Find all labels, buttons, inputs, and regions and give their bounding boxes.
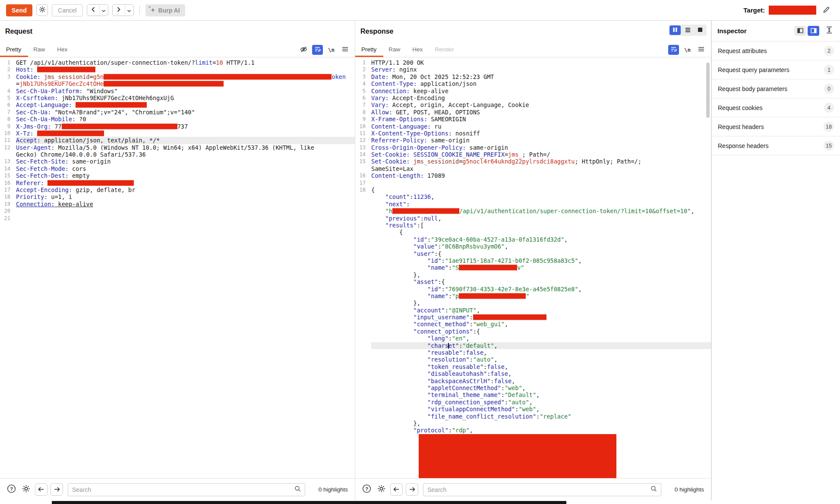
send-button[interactable]: Send [6, 4, 32, 16]
soft-wrap-toggle[interactable] [312, 45, 323, 55]
inspector-section-request-attributes[interactable]: Request attributes2 [712, 41, 840, 60]
inspector-section-label: Request body parameters [718, 85, 787, 92]
inspector-section-request-body-parameters[interactable]: Request body parameters0 [712, 79, 840, 98]
tab-pretty[interactable]: Pretty [6, 46, 21, 57]
response-scrollbar[interactable] [706, 63, 710, 118]
code-line: "input_username": [355, 314, 711, 321]
history-forward-dropdown[interactable] [125, 5, 133, 16]
redacted-block [419, 434, 616, 478]
line-number [355, 314, 366, 321]
inspector-section-request-headers[interactable]: Request headers18 [712, 117, 840, 136]
history-back-button[interactable] [87, 5, 100, 16]
cancel-button[interactable]: Cancel [52, 4, 83, 16]
inspector-dock-left-button[interactable] [794, 26, 806, 36]
code-line: "next": [355, 201, 711, 208]
request-search-field [68, 483, 305, 496]
code-line: "connect_method":"web_gui", [355, 321, 711, 328]
code-line: 7Sec-Ch-Ua: "Not=A?Brand";v="24", "Chrom… [0, 109, 355, 116]
code-line: "resolution":"auto", [355, 356, 711, 363]
request-search-settings-button[interactable] [20, 484, 32, 495]
line-number: 6 [0, 101, 10, 108]
search-icon [651, 485, 657, 494]
redacted-text [37, 130, 104, 136]
request-search-prev-button[interactable] [35, 483, 47, 496]
inspector-section-count: 4 [824, 103, 834, 113]
response-editor[interactable]: 1HTTP/1.1 200 OK2Server: nginx3Date: Mon… [355, 57, 711, 478]
history-back-dropdown[interactable] [100, 5, 108, 16]
inspector-expand-button[interactable] [824, 26, 834, 36]
arrow-left-icon [393, 486, 400, 494]
code-line: }, [355, 420, 711, 427]
soft-wrap-toggle[interactable] [668, 45, 679, 55]
svg-text:?: ? [10, 486, 13, 491]
inspector-section-request-query-parameters[interactable]: Request query parameters1 [712, 60, 840, 79]
line-number: 20 [0, 208, 10, 214]
redacted-text [459, 293, 526, 299]
line-number [355, 406, 366, 413]
code-line: 17Accept-Encoding: gzip, deflate, br [0, 186, 355, 193]
code-line: 16Referer: [0, 180, 355, 186]
request-panel-header: Request PrettyRawHex \n [0, 21, 355, 57]
code-line: "id":"7690f730-4353-42e7-8e3e-a45e5f0825… [355, 286, 711, 293]
code-line: { [355, 229, 711, 236]
code-line: "results":[ [355, 222, 711, 229]
response-editor-menu-button[interactable] [696, 45, 707, 55]
chevron-down-icon [101, 6, 106, 14]
tab-hex[interactable]: Hex [412, 46, 423, 57]
line-number [355, 349, 366, 356]
newline-icon: \n [684, 47, 691, 53]
tab-pretty[interactable]: Pretty [361, 46, 376, 57]
inspector-section-count: 18 [824, 122, 834, 132]
line-number: 18 [0, 193, 10, 200]
request-settings-button[interactable] [36, 4, 48, 16]
code-line: 6Vary: Accept-Encoding [355, 94, 711, 101]
response-search-settings-button[interactable] [376, 484, 387, 495]
hide-headers-button[interactable] [298, 45, 309, 55]
code-line: 10X-Tz: [0, 130, 355, 137]
tab-raw[interactable]: Raw [33, 46, 45, 57]
history-forward-button[interactable] [113, 5, 125, 16]
inspector-dock-right-button[interactable] [808, 26, 819, 36]
request-editor-menu-button[interactable] [340, 45, 351, 55]
inspector-section-label: Request attributes [718, 47, 767, 54]
inspector-section-request-cookies[interactable]: Request cookies4 [712, 98, 840, 117]
response-search-help-button[interactable]: ? [361, 484, 373, 495]
line-number: 11 [0, 137, 10, 144]
tab-hex[interactable]: Hex [57, 46, 67, 57]
redacted-text [473, 315, 546, 320]
response-search-prev-button[interactable] [390, 483, 403, 496]
code-line: 14Sec-Fetch-Mode: cors [0, 165, 355, 172]
edit-target-button[interactable] [820, 4, 832, 16]
code-line: "connect_options":{ [355, 328, 711, 335]
tab-render[interactable]: Render [435, 46, 454, 57]
response-search-input[interactable] [427, 486, 651, 493]
show-newlines-toggle[interactable]: \n [682, 45, 693, 55]
request-search-input[interactable] [72, 486, 294, 493]
request-search-help-button[interactable]: ? [6, 484, 17, 495]
code-line: 5X-Csrftoken: jNb17Uhs9EKUF7GecZc4tOHeh6… [0, 94, 355, 101]
inspector-section-response-headers[interactable]: Response headers15 [712, 136, 840, 155]
redacted-text [104, 81, 224, 87]
line-number: 5 [0, 94, 10, 101]
target-label: Target: [743, 6, 765, 14]
layout-rows-button[interactable] [682, 25, 693, 35]
code-line: "account":"@INPUT", [355, 307, 711, 314]
request-search-next-button[interactable] [51, 483, 63, 496]
redacted-text [459, 265, 517, 271]
inspector-section-label: Response headers [718, 142, 769, 149]
response-search-field [423, 483, 661, 496]
line-number: 12 [355, 137, 366, 144]
request-editor[interactable]: 1GET /api/v1/authentication/super-connec… [0, 57, 355, 478]
layout-columns-button[interactable] [669, 25, 681, 35]
response-search-next-button[interactable] [406, 483, 418, 496]
tab-raw[interactable]: Raw [388, 46, 400, 57]
redacted-text [62, 123, 177, 129]
code-line: 6Accept-Language: [0, 101, 355, 108]
line-number: 4 [355, 80, 366, 87]
response-highlights-count: 0 highlights [675, 486, 704, 493]
layout-single-button[interactable] [695, 25, 706, 35]
show-newlines-toggle[interactable]: \n [326, 45, 337, 55]
burp-ai-button[interactable]: ✦✦ Burp AI [145, 4, 185, 16]
line-number [355, 208, 366, 214]
code-line: "protocol":"rdp", [355, 427, 711, 434]
